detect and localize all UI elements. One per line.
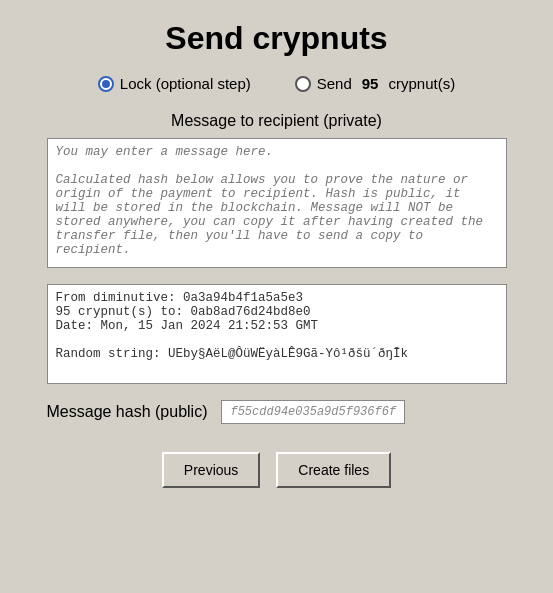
message-input-wrapper xyxy=(47,138,507,272)
step2-label: Send xyxy=(317,75,352,92)
button-row: Previous Create files xyxy=(162,452,391,488)
step-row: Lock (optional step) Send 95 crypnut(s) xyxy=(30,75,523,92)
previous-button[interactable]: Previous xyxy=(162,452,260,488)
page-title: Send crypnuts xyxy=(165,20,387,57)
step1-label: Lock (optional step) xyxy=(120,75,251,92)
step1-item: Lock (optional step) xyxy=(98,75,251,92)
message-input[interactable] xyxy=(47,138,507,268)
create-files-button[interactable]: Create files xyxy=(276,452,391,488)
step2-radio[interactable] xyxy=(295,76,311,92)
step2-unit: crypnut(s) xyxy=(388,75,455,92)
hash-info-textarea xyxy=(47,284,507,384)
step2-item: Send 95 crypnut(s) xyxy=(295,75,455,92)
hash-label: Message hash (public) xyxy=(47,403,208,421)
hash-row: Message hash (public) f55cdd94e035a9d5f9… xyxy=(47,400,507,424)
main-container: Send crypnuts Lock (optional step) Send … xyxy=(0,0,553,593)
hash-value: f55cdd94e035a9d5f936f6f xyxy=(221,400,405,424)
message-section-label: Message to recipient (private) xyxy=(171,112,382,130)
step2-count: 95 xyxy=(362,75,379,92)
hash-info-wrapper xyxy=(47,284,507,388)
step1-radio[interactable] xyxy=(98,76,114,92)
